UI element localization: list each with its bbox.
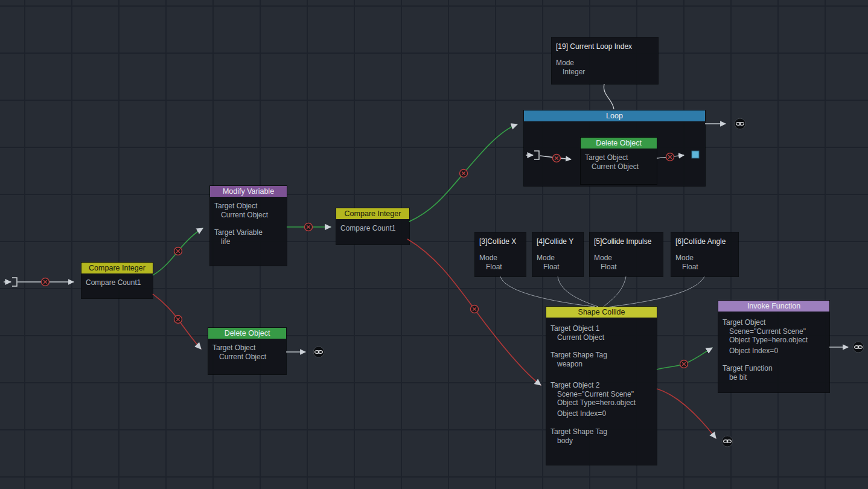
field-label-target-shape-tag-1: Target Shape Tag (550, 351, 653, 360)
field-label-mode: Mode (594, 254, 659, 263)
link-glyph (858, 346, 862, 349)
node-compare-integer-a-header[interactable]: Compare Integer (81, 263, 153, 273)
entry-icon-graph[interactable] (4, 278, 17, 286)
port-compare-b-false[interactable] (471, 305, 479, 313)
link-glyph (739, 123, 744, 126)
field-value-target-variable: life (214, 237, 282, 246)
port-x (682, 362, 686, 366)
node-compare-integer-a[interactable]: Compare Integer Compare Count1 (81, 263, 153, 298)
port-compare-b-true[interactable] (460, 170, 468, 177)
link-icon-loop-exit[interactable] (735, 118, 745, 129)
field-value-scene: Scene="Current Scene" (550, 390, 653, 398)
node-title: [4]Collide Y (537, 237, 579, 246)
wire-compare-a-to-delete-object[interactable] (153, 294, 201, 349)
port-compare-a-true[interactable] (174, 248, 182, 255)
port-ring (680, 360, 688, 368)
wire-collide-angle-to-shapecollide[interactable] (607, 276, 704, 307)
node-title: [6]Collide Angle (675, 237, 734, 246)
port-x (43, 280, 47, 284)
link-glyph (315, 351, 319, 354)
node-graph-canvas[interactable]: [19] Current Loop Index Mode Integer Loo… (0, 0, 868, 489)
field-label-target-object: Target Object (214, 202, 282, 211)
node-collide-y[interactable]: [4]Collide Y Mode Float (532, 232, 583, 276)
port-ring (471, 305, 479, 313)
entry-bracket (12, 278, 17, 286)
link-icon-shape-collide-exit[interactable] (722, 436, 733, 447)
wire-collide-impulse-to-shapecollide[interactable] (604, 276, 626, 307)
link-circle (722, 436, 733, 447)
field-value-object-index: Object Index=0 (723, 347, 825, 355)
port-shape-collide-out[interactable] (680, 360, 688, 368)
link-circle (853, 342, 864, 353)
node-shape-collide-header[interactable]: Shape Collide (546, 307, 657, 318)
node-modify-variable-header[interactable]: Modify Variable (210, 186, 287, 197)
wire-compare-b-to-loop[interactable] (409, 124, 517, 222)
link-circle (313, 347, 324, 357)
field-value-target-object-1: Current Object (550, 333, 653, 342)
field-value-object-type: Object Type=hero.object (550, 398, 653, 407)
field-value-mode: Float (675, 263, 734, 272)
node-title: [3]Collide X (479, 237, 522, 246)
link-glyph (318, 351, 322, 354)
field-label-target-object-2: Target Object 2 (550, 381, 653, 390)
field-value-target-shape-tag-2: body (550, 436, 653, 446)
field-label-target-function: Target Function (723, 364, 825, 373)
node-title: [19] Current Loop Index (556, 42, 654, 51)
field-value-target-object: Current Object (585, 162, 653, 171)
port-ring (305, 223, 313, 231)
field-value-object-type: Object Type=hero.object (723, 336, 825, 344)
node-compare-integer-b-header[interactable]: Compare Integer (336, 208, 409, 219)
field-label-target-shape-tag-2: Target Shape Tag (550, 427, 653, 436)
node-compare-integer-b[interactable]: Compare Integer Compare Count1 (336, 208, 409, 245)
port-ring (174, 316, 182, 324)
field-value-mode: Float (479, 263, 522, 272)
link-icon-delete-exit[interactable] (313, 347, 324, 357)
link-icon-invoke-exit[interactable] (853, 342, 864, 353)
port-ring (42, 278, 49, 286)
field-value-mode: Integer (556, 68, 654, 77)
port-x (307, 225, 310, 229)
port-compare-a-false[interactable] (174, 316, 182, 324)
port-entry[interactable] (42, 278, 49, 286)
field-label-target-object: Target Object (585, 153, 653, 162)
field-value-target-shape-tag-1: weapon (550, 360, 653, 369)
field-label-target-object-1: Target Object 1 (550, 324, 653, 333)
field-value-object-index: Object Index=0 (550, 409, 653, 418)
node-collide-x[interactable]: [3]Collide X Mode Float (475, 232, 526, 276)
node-loop-delete-object-header[interactable]: Delete Object (581, 138, 657, 149)
node-loop-delete-object[interactable]: Delete Object Target Object Current Obje… (581, 138, 657, 184)
node-loop-header[interactable]: Loop (524, 110, 705, 121)
port-x (176, 318, 180, 321)
field-value-scene: Scene="Current Scene" (723, 327, 825, 336)
wire-collide-y-to-shapecollide[interactable] (558, 276, 598, 307)
node-invoke-function[interactable]: Invoke Function Target Object Scene="Cur… (718, 301, 829, 392)
port-modify-out[interactable] (305, 223, 313, 231)
wire-shape-collide-to-invoke-function[interactable] (657, 348, 712, 369)
link-glyph (855, 346, 859, 349)
wire-shape-collide-to-exit[interactable] (657, 389, 716, 438)
port-x (462, 171, 465, 175)
field-compare: Compare Count1 (86, 278, 148, 287)
node-collide-impulse[interactable]: [5]Collide Impulse Mode Float (590, 232, 663, 276)
node-shape-collide[interactable]: Shape Collide Target Object 1 Current Ob… (546, 307, 657, 465)
node-delete-object-header[interactable]: Delete Object (208, 328, 286, 339)
field-label-target-object: Target Object (212, 344, 282, 353)
node-title: [5]Collide Impulse (594, 237, 659, 246)
port-ring (174, 248, 182, 255)
field-value-target-function: be bit (723, 373, 825, 382)
wire-loopindex-to-loop[interactable] (604, 84, 614, 109)
node-invoke-function-header[interactable]: Invoke Function (718, 301, 829, 312)
node-modify-variable[interactable]: Modify Variable Target Object Current Ob… (210, 186, 287, 266)
node-loop[interactable]: Loop Delete Object Target Object Current… (524, 110, 705, 186)
node-current-loop-index[interactable]: [19] Current Loop Index Mode Integer (552, 37, 658, 84)
node-collide-angle[interactable]: [6]Collide Angle Mode Float (671, 232, 738, 276)
node-delete-object[interactable]: Delete Object Target Object Current Obje… (208, 328, 286, 374)
field-value-target-object: Current Object (212, 353, 282, 362)
wire-compare-a-to-modify-variable[interactable] (153, 228, 203, 275)
wire-collide-x-to-shapecollide[interactable] (500, 276, 595, 307)
field-label-mode: Mode (537, 254, 579, 263)
field-label-mode: Mode (479, 254, 522, 263)
port-ring (460, 170, 468, 177)
field-label-target-object: Target Object (723, 318, 825, 327)
link-glyph (724, 440, 728, 443)
